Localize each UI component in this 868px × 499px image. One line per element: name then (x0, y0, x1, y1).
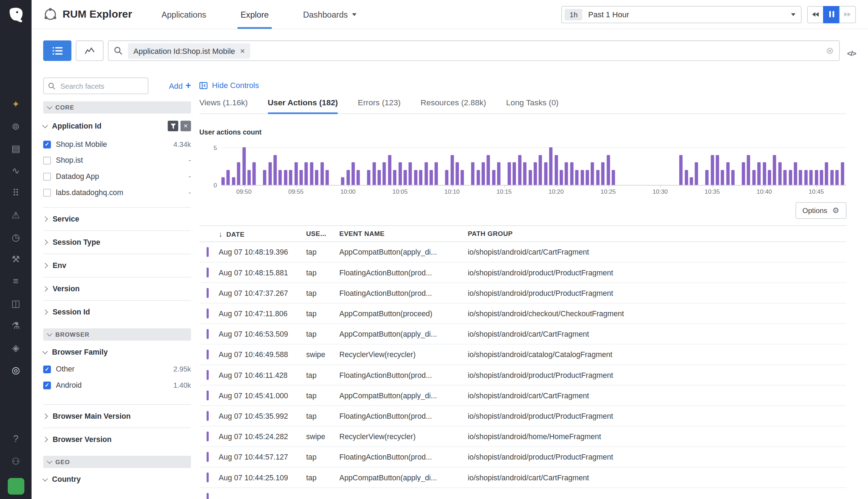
column-event-name[interactable]: EVENT NAME (339, 230, 468, 238)
clear-facet-button[interactable]: ✕ (181, 121, 191, 131)
security-icon[interactable]: ◈ (0, 337, 32, 359)
facet-application-id[interactable]: Application Id ✕ (43, 113, 191, 136)
facet-env[interactable]: Env (43, 254, 191, 277)
tab-views[interactable]: Views (1.16k) (199, 98, 248, 113)
application-id-item[interactable]: Datadog App- (43, 168, 191, 185)
facet-browser-main-version[interactable]: Browser Main Version (43, 404, 191, 428)
logs-icon[interactable]: ≡ (0, 270, 32, 292)
tab-long[interactable]: Long Tasks (0) (506, 98, 559, 113)
options-button[interactable]: Options ⚙ (795, 202, 846, 219)
chart-bar (284, 170, 287, 185)
user-action-marker (207, 268, 209, 277)
list-view-button[interactable] (43, 40, 71, 61)
chart-bar (435, 162, 438, 185)
tab-resources[interactable]: Resources (2.88k) (421, 98, 486, 113)
checkbox[interactable] (43, 156, 51, 164)
application-id-item[interactable]: Shop.ist- (43, 152, 191, 168)
table-row[interactable]: Aug 07 10:48:19.396tapAppCompatButton(ap… (199, 242, 846, 262)
cell-action-type: tap (306, 330, 339, 338)
remove-filter-icon[interactable]: × (240, 46, 245, 55)
table-row[interactable]: Aug 07 10:47:11.806tapAppCompatButton(pr… (199, 304, 846, 324)
clear-search-icon[interactable]: ⊗ (826, 46, 834, 56)
table-row[interactable]: Aug 07 10:46:49.588swipeRecyclerView(rec… (199, 344, 846, 365)
chart-bar (372, 162, 376, 185)
facet-browser-family[interactable]: Browser Family (43, 341, 191, 361)
nav-applications[interactable]: Applications (162, 0, 206, 29)
bar-chart[interactable]: 09:5009:5510:0010:0510:1010:1510:2010:25… (221, 147, 847, 186)
tab-user[interactable]: User Actions (182) (268, 98, 338, 113)
column-path-group[interactable]: PATH GROUP (468, 230, 847, 238)
browser-family-item[interactable]: Other2.95k (43, 361, 191, 377)
people-icon[interactable]: ⚇ (0, 450, 32, 473)
facet-search-input[interactable] (59, 81, 133, 91)
hide-controls-link[interactable]: Hide Controls (199, 81, 846, 90)
facet-service[interactable]: Service (43, 207, 191, 230)
table-row[interactable]: Aug 07 10:48:15.881tapFloatingActionButt… (199, 262, 846, 283)
facet-country[interactable]: Country (43, 468, 191, 488)
pause-icon (828, 10, 835, 19)
datadog-logo[interactable] (4, 3, 28, 27)
tab-errors[interactable]: Errors (123) (358, 98, 401, 113)
facet-session-id[interactable]: Session Id (43, 300, 191, 323)
help-icon[interactable]: ? (0, 428, 32, 450)
table-row[interactable]: Aug 07 10:44:25.109tapAppCompatButton(ap… (199, 467, 846, 488)
step-forward-button[interactable] (839, 6, 856, 23)
user-avatar[interactable] (7, 478, 24, 494)
step-back-button[interactable] (807, 6, 824, 23)
synthetics-icon[interactable]: ⚗ (0, 314, 32, 337)
cell-event-name: FloatingActionButton(prod... (339, 268, 468, 277)
facet-session-type[interactable]: Session Type (43, 230, 191, 254)
chart-bar (305, 162, 308, 185)
nav-dashboards[interactable]: Dashboards (303, 0, 357, 29)
table-row[interactable]: Aug 07 10:45:24.282swipeRecyclerView(rec… (199, 426, 846, 447)
rum-icon[interactable]: ◎ (0, 359, 32, 381)
ci-cd-icon[interactable]: ⚒ (0, 248, 32, 270)
section-geo[interactable]: GEO (43, 456, 191, 468)
table-row[interactable]: Aug 07 10:44:57.127tapFloatingActionButt… (199, 447, 846, 467)
facet-version[interactable]: Version (43, 277, 191, 300)
checkbox[interactable] (43, 141, 51, 148)
facet-browser-version[interactable]: Browser Version (43, 428, 191, 451)
section-browser[interactable]: BROWSER (43, 329, 191, 341)
checkbox[interactable] (43, 173, 51, 180)
events-icon[interactable]: ▤ (0, 137, 32, 160)
table-row[interactable]: Aug 07 10:46:53.509tapAppCompatButton(ap… (199, 324, 846, 344)
x-tick-label: 10:45 (809, 188, 824, 195)
table-row-partial[interactable] (199, 488, 846, 499)
watchdog-icon[interactable]: ✦ (0, 93, 32, 115)
filter-facet-button[interactable] (168, 121, 178, 131)
pause-button[interactable] (823, 6, 840, 23)
metrics-icon[interactable]: ∿ (0, 160, 32, 182)
time-range-picker[interactable]: 1h Past 1 Hour (561, 6, 802, 23)
cell-path-group: io/shopist/android/product/ProductFragme… (468, 268, 847, 277)
nav-explore[interactable]: Explore (240, 0, 269, 29)
table-row[interactable]: Aug 07 10:45:41.000tapAppCompatButton(ap… (199, 386, 846, 406)
sort-desc-icon[interactable]: ↓ (219, 230, 222, 238)
application-id-item[interactable]: labs.datadoghq.com- (43, 185, 191, 201)
timeseries-view-button[interactable] (76, 40, 103, 61)
application-id-item[interactable]: Shop.ist Mobile4.34k (43, 136, 191, 152)
table-row[interactable]: Aug 07 10:45:35.992tapFloatingActionButt… (199, 406, 846, 426)
facet-search[interactable] (43, 77, 149, 94)
error-tracking-icon[interactable]: ⚠ (0, 204, 32, 226)
add-facet-button[interactable]: Add+ (169, 80, 191, 91)
facet-value-count: 4.34k (174, 140, 191, 149)
query-syntax-icon[interactable]: </> (847, 49, 856, 58)
search-input[interactable]: Application Id:Shop.ist Mobile × ⊗ (108, 40, 840, 61)
search-filter-pill[interactable]: Application Id:Shop.ist Mobile × (128, 43, 250, 58)
checkbox[interactable] (43, 381, 51, 389)
integrations-icon[interactable]: ⠿ (0, 182, 32, 204)
user-action-marker (207, 473, 209, 482)
notebooks-icon[interactable]: ◫ (0, 292, 32, 314)
checkbox[interactable] (43, 365, 51, 373)
apm-icon[interactable]: ◷ (0, 226, 32, 248)
table-row[interactable]: Aug 07 10:46:11.428tapFloatingActionButt… (199, 365, 846, 385)
table-row[interactable]: Aug 07 10:47:37.267tapFloatingActionButt… (199, 283, 846, 304)
section-core[interactable]: CORE (43, 101, 191, 114)
browser-family-item[interactable]: Android1.40k (43, 377, 191, 393)
column-user-action-type[interactable]: USE... (306, 230, 339, 238)
infrastructure-icon[interactable]: ⊚ (0, 115, 32, 137)
column-date[interactable]: ↓DATE (219, 230, 306, 238)
cell-date: Aug 07 10:44:25.109 (219, 473, 306, 482)
checkbox[interactable] (43, 189, 51, 197)
